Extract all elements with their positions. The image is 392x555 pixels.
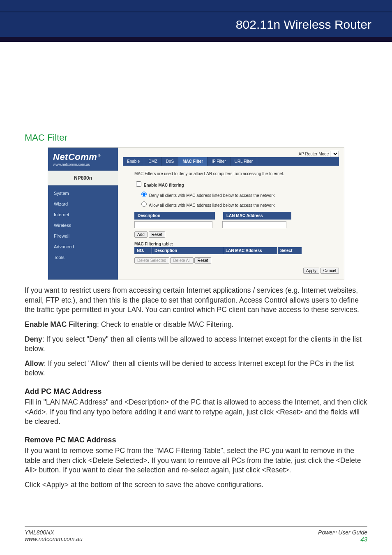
enable-bold: Enable MAC Filtering [25,320,97,328]
table-header: NO. Description LAN MAC Address Select [134,247,339,254]
deny-text: : If you select "Deny" then all clients … [25,335,362,353]
allow-row: Allow all clients with MAC address liste… [139,200,339,208]
tab-mac-filter[interactable]: MAC Filter [178,157,208,166]
radio-deny[interactable] [141,192,147,197]
brand-name: NetComm [53,152,97,162]
sidebar-item-wizard[interactable]: Wizard [48,199,118,209]
footer-guide: User Guide [337,529,367,536]
allow-bold: Allow [25,359,44,368]
add-header-row: Description LAN MAC Address [134,212,339,220]
para-apply: Click <Apply> at the bottom of the scree… [25,480,367,490]
para-remove-pc: If you want to remove some PC from the "… [25,446,367,475]
para-enable: Enable MAC Filtering: Check to enable or… [25,320,367,330]
router-ui-screenshot: NetComm® www.netcomm.com.au NP800n Syste… [48,147,344,280]
sidebar-nav: System Wizard Internet Wireless Firewall… [48,185,118,265]
enable-row: Enable MAC filtering [134,180,339,188]
cancel-button[interactable]: Cancel [321,268,339,274]
registered-icon: ® [98,154,100,157]
enable-text: : Check to enable or disable MAC Filteri… [97,320,234,328]
apply-button[interactable]: Apply [303,268,319,274]
tab-dos[interactable]: DoS [162,157,178,166]
mode-selector-wrap: AP Router Mode [298,151,339,157]
para-deny: Deny: If you select "Deny" then all clie… [25,335,367,354]
add-button[interactable]: Add [134,231,148,238]
header-title: 802.11n Wireless Router [236,18,371,32]
header-top-band [0,0,392,12]
radio-allow-label: Allow all clients with MAC address liste… [149,203,274,208]
header-divider [0,37,392,42]
tbl-col-no: NO. [134,247,152,254]
table-buttons: Delete Selected Delete All Reset [134,257,339,264]
heading-add-pc: Add PC MAC Address [25,387,367,396]
delete-selected-button[interactable]: Delete Selected [134,257,169,264]
footer-page-number: 43 [318,536,367,543]
col-description: Description [134,212,215,220]
deny-bold: Deny [25,335,42,343]
apply-row: Apply Cancel [123,268,339,274]
table-title: MAC Filtering table: [134,242,339,246]
enable-mac-label: Enable MAC filtering [144,183,184,187]
sidebar: NetComm® www.netcomm.com.au NP800n Syste… [48,148,118,280]
document-page: { "header": { "title": "802.11n Wireless… [0,0,392,555]
sidebar-item-internet[interactable]: Internet [48,209,118,220]
content-area: MAC Filter NetComm® www.netcomm.com.au N… [0,42,392,490]
col-mac: LAN MAC Address [223,212,291,220]
panel-intro: MAC Filters are used to deny or allow LA… [134,171,339,176]
sidebar-item-wireless[interactable]: Wireless [48,220,118,231]
para-allow: Allow: If you select "Allow" then all cl… [25,359,367,378]
sidebar-item-advanced[interactable]: Advanced [48,241,118,252]
table-reset-button[interactable]: Reset [194,257,211,264]
sidebar-item-tools[interactable]: Tools [48,252,118,263]
sidebar-item-firewall[interactable]: Firewall [48,231,118,241]
mode-dropdown[interactable] [330,151,339,157]
mode-label: AP Router Mode [298,152,329,156]
enable-mac-checkbox[interactable] [136,181,141,187]
add-input-row [134,221,339,228]
section-title: MAC Filter [25,132,367,143]
add-buttons: Add Reset [134,231,339,238]
para-add-pc: Fill in "LAN MAC Address" and <Descripti… [25,398,367,427]
heading-remove-pc: Remove PC MAC Address [25,436,367,444]
brand-logo: NetComm® [48,148,118,162]
reset-button[interactable]: Reset [149,231,165,238]
radio-deny-label: Deny all clients with MAC address listed… [149,193,275,198]
mac-input[interactable] [222,221,286,228]
tbl-col-mac: LAN MAC Address [223,247,277,254]
brand-url: www.netcomm.com.au [48,162,118,171]
sidebar-item-system[interactable]: System [48,188,118,199]
footer-sup: n [334,530,337,534]
main-panel: AP Router Mode Enable DMZ DoS MAC Filter… [118,148,344,280]
model-label: NP800n [48,171,118,185]
footer-url: www.netcomm.com.au [25,536,83,542]
footer-brand: Power [318,529,334,536]
tbl-col-desc: Description [152,247,223,254]
header-title-band: 802.11n Wireless Router [0,12,392,37]
description-input[interactable] [134,221,212,228]
footer-right: Powern User Guide 43 [318,529,367,543]
delete-all-button[interactable]: Delete All [170,257,193,264]
deny-row: Deny all clients with MAC address listed… [139,190,339,198]
allow-text: : If you select "Allow" then all clients… [25,359,354,377]
tab-enable[interactable]: Enable [123,157,144,166]
tab-dmz[interactable]: DMZ [144,157,162,166]
page-footer: YML800NX www.netcomm.com.au Powern User … [25,526,367,543]
tbl-col-select: Select [278,247,302,254]
radio-allow[interactable] [141,201,147,207]
tabs: Enable DMZ DoS MAC Filter IP Filter URL … [123,157,339,166]
tab-ip-filter[interactable]: IP Filter [208,157,230,166]
footer-model: YML800NX [25,529,54,536]
footer-left: YML800NX www.netcomm.com.au [25,529,83,543]
para-intro: If you want to restrict users from acces… [25,286,367,315]
tab-url-filter[interactable]: URL Filter [231,157,258,166]
